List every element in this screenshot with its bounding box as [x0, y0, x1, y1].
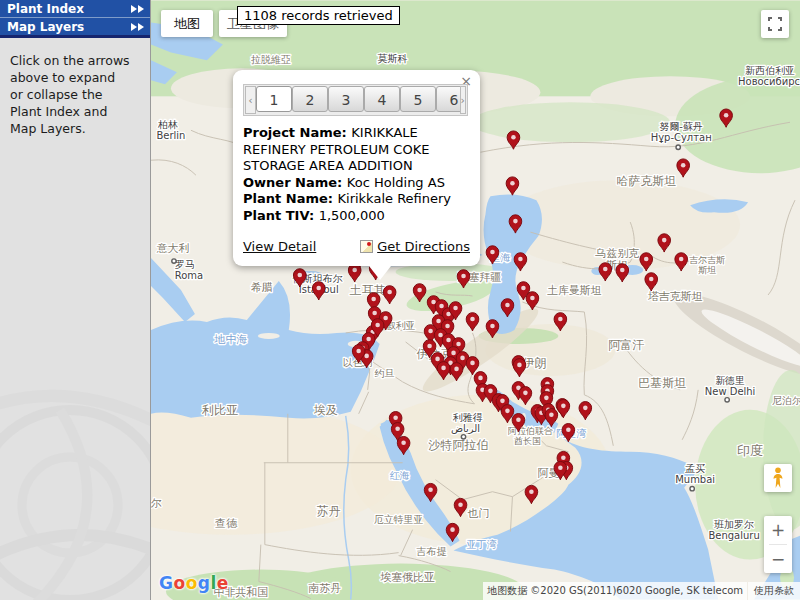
map-label: 罗马	[175, 259, 195, 270]
terms-of-use-link[interactable]: 使用条款	[748, 582, 800, 600]
map-label: Новосибирск	[738, 76, 800, 87]
city-dot	[690, 487, 694, 491]
panel-header-plant-index[interactable]: Plant Index	[0, 0, 150, 17]
popup-links: View Detail Get Directions	[243, 239, 470, 254]
attribution-text: 地图数据 ©2020 GS(2011)6020 Google, SK telec…	[483, 582, 747, 600]
map-label: 巴基斯坦	[638, 376, 686, 390]
map-canvas[interactable]: 拉脱維亞莫斯科柏林Berlin新西伯利亚Новосибирск努爾-蘇丹Нұр-…	[151, 0, 800, 600]
view-detail-link[interactable]: View Detail	[243, 239, 316, 254]
popup-field: Plant TIV: 1,500,000	[243, 208, 470, 225]
map-label: 努爾-蘇丹	[659, 121, 703, 132]
map-label: 印度	[737, 443, 763, 458]
map-label: 亚丁湾	[467, 539, 497, 550]
map-label: 土耳其	[349, 283, 386, 297]
map-layers-label: Map Layers	[7, 20, 130, 34]
map-label: 阿富汗	[608, 338, 644, 352]
map-label: 阿拉伯联合	[508, 426, 553, 436]
city-dot	[676, 145, 680, 149]
map-label: Berlin	[157, 130, 186, 141]
fullscreen-button[interactable]	[761, 10, 789, 38]
map-label: 查德	[215, 517, 238, 530]
popup-field: Plant Name: Kirikkale Refinery	[243, 191, 470, 208]
attribution: 地图数据 ©2020 GS(2011)6020 Google, SK telec…	[483, 582, 800, 600]
directions-icon	[360, 240, 373, 253]
map-label: 土库曼斯坦	[547, 284, 602, 297]
popup-fields: Project Name: KIRIKKALE REFINERY PETROLE…	[243, 125, 470, 224]
map-label: 希腊	[251, 281, 273, 294]
popup-field: Project Name: KIRIKKALE REFINERY PETROLE…	[243, 125, 470, 175]
map-label: 酋长国	[514, 436, 541, 446]
globe-watermark	[0, 270, 150, 600]
map-label: 斯坦	[698, 265, 716, 275]
map-label: 地中海	[213, 333, 247, 346]
map-label: 约旦	[374, 368, 395, 379]
page-button-1[interactable]: 1	[256, 86, 292, 112]
map-label: 利比亚	[201, 403, 238, 417]
map-label: 莫斯科	[377, 53, 408, 64]
map-label: 新德里	[715, 375, 745, 386]
map-label: 沙特阿拉伯	[428, 438, 489, 452]
records-tooltip: 1108 records retrieved	[237, 6, 400, 25]
map-label: Bengaluru	[708, 530, 759, 541]
panel-header-map-layers[interactable]: Map Layers	[0, 17, 150, 35]
map-type-button-map[interactable]: 地图	[161, 10, 213, 37]
pagination: ‹ 123456 ›	[243, 84, 468, 116]
info-window-tail	[369, 266, 391, 280]
map-label: 塔吉克斯坦	[648, 290, 703, 303]
map-label: 埃及	[314, 403, 338, 417]
expand-collapse-arrows-icon[interactable]	[130, 5, 144, 13]
pagination-prev[interactable]: ‹	[245, 86, 256, 114]
pegman-streetview-button[interactable]	[764, 464, 792, 492]
page-button-4[interactable]: 4	[364, 86, 400, 112]
app-window: Plant Index Map Layers Click on the arro…	[0, 0, 800, 600]
page-button-5[interactable]: 5	[400, 86, 436, 112]
city-dot	[725, 398, 729, 402]
map-label: 南苏丹	[308, 582, 341, 595]
city-dot	[461, 435, 465, 439]
map-label: 厄立特里亚	[374, 514, 424, 525]
pagination-pages: 123456	[256, 86, 466, 114]
pegman-icon	[770, 467, 786, 489]
map-label: 哈萨克斯坦	[616, 174, 676, 188]
popup-field: Owner Name: Koc Holding AS	[243, 175, 470, 192]
google-logo[interactable]: Google	[159, 573, 229, 593]
map-label: 新西伯利亚	[745, 65, 795, 76]
page-button-3[interactable]: 3	[328, 86, 364, 112]
city-dot	[172, 259, 176, 263]
zoom-in-button[interactable]: +	[764, 516, 792, 544]
map-label: 拉脱維亞	[251, 54, 291, 65]
info-window: × ‹ 123456 › Project Name: KIRIKKALE REF…	[233, 70, 480, 266]
map-label: 也门	[468, 507, 490, 520]
map-label: 苏丹	[317, 504, 341, 518]
plant-index-label: Plant Index	[7, 2, 130, 16]
map-label: 伊朗	[522, 356, 546, 370]
zoom-out-button[interactable]: −	[764, 545, 792, 573]
map-label: 埃塞俄比亚	[380, 571, 435, 584]
map-label: 尼泊尔	[772, 395, 800, 406]
map-label: 柏林	[157, 119, 178, 130]
map-label: 红海	[390, 470, 410, 481]
map-label: 班加罗尔	[713, 519, 754, 530]
map-label: 孟买	[684, 463, 705, 474]
pagination-next[interactable]: ›	[460, 86, 466, 114]
fullscreen-icon	[768, 17, 782, 31]
zoom-control: + −	[764, 516, 792, 573]
map-label: New Delhi	[705, 386, 756, 397]
map-label: الرياض	[451, 423, 480, 434]
map-label: 尔	[151, 497, 162, 510]
map-label: Нұр-Султан	[651, 132, 712, 143]
map-label: 吉尔吉斯	[689, 255, 725, 265]
get-directions-link[interactable]: Get Directions	[377, 239, 470, 254]
map-label: Roma	[175, 270, 203, 281]
map-label: 利雅得	[453, 412, 483, 423]
sidebar-instructions: Click on the arrows above to expand or c…	[10, 52, 130, 137]
sidebar: Plant Index Map Layers Click on the arro…	[0, 0, 151, 600]
map-label: Mumbai	[675, 474, 715, 485]
sidebar-panel-headers: Plant Index Map Layers	[0, 0, 150, 38]
map-label: 意大利	[157, 242, 190, 255]
map-label: 吉布提	[417, 546, 447, 557]
page-button-2[interactable]: 2	[292, 86, 328, 112]
expand-collapse-arrows-icon[interactable]	[130, 23, 144, 31]
